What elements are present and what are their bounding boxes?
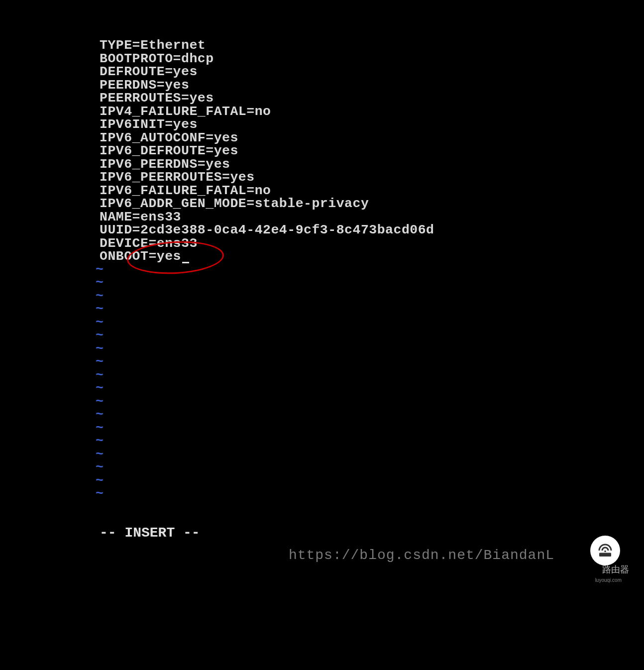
config-line: PEERDNS=yes	[100, 79, 644, 92]
vi-editor-content[interactable]: TYPE=Ethernet BOOTPROTO=dhcp DEFROUTE=ye…	[0, 0, 644, 501]
watermark-text: https://blog.csdn.net/BiandanL	[289, 548, 554, 563]
text-cursor	[182, 262, 189, 263]
empty-line-tilde: ~	[96, 276, 644, 290]
config-line: IPV4_FAILURE_FATAL=no	[100, 105, 644, 118]
config-line: IPV6_ADDR_GEN_MODE=stable-privacy	[100, 197, 644, 211]
empty-line-tilde: ~	[96, 422, 644, 435]
config-line: NAME=ens33	[100, 211, 644, 224]
config-line: IPV6_AUTOCONF=yes	[100, 131, 644, 145]
svg-rect-0	[599, 553, 611, 557]
config-line: BOOTPROTO=dhcp	[100, 52, 644, 66]
empty-line-tilde: ~	[96, 329, 644, 342]
empty-line-tilde: ~	[96, 461, 644, 474]
empty-line-tilde: ~	[96, 408, 644, 422]
empty-line-tilde: ~	[96, 382, 644, 395]
vi-mode-indicator: -- INSERT --	[100, 525, 200, 541]
empty-line-tilde: ~	[96, 342, 644, 356]
config-line: IPV6INIT=yes	[100, 118, 644, 131]
empty-line-tilde: ~	[96, 474, 644, 488]
empty-line-tilde: ~	[96, 290, 644, 303]
config-line: DEVICE=ens33	[100, 237, 644, 250]
empty-line-tilde: ~	[96, 263, 644, 277]
config-line: IPV6_PEERROUTES=yes	[100, 171, 644, 184]
site-badge	[590, 536, 620, 565]
config-line: IPV6_DEFROUTE=yes	[100, 144, 644, 158]
config-line: PEERROUTES=yes	[100, 92, 644, 105]
empty-line-tilde: ~	[96, 395, 644, 409]
empty-line-tilde: ~	[96, 487, 644, 501]
empty-line-tilde: ~	[96, 435, 644, 448]
empty-line-tilde: ~	[96, 448, 644, 461]
empty-line-tilde: ~	[96, 303, 644, 316]
config-line-cursor: ONBOOT=yes	[100, 250, 644, 263]
badge-sublabel: luyouqi.com	[595, 577, 622, 583]
config-line: IPV6_PEERDNS=yes	[100, 158, 644, 171]
config-line: UUID=2cd3e388-0ca4-42e4-9cf3-8c473bacd06…	[100, 223, 644, 237]
wifi-router-icon	[596, 542, 614, 559]
config-line: IPV6_FAILURE_FATAL=no	[100, 184, 644, 198]
empty-line-tilde: ~	[96, 316, 644, 330]
badge-label: 路由器	[602, 563, 629, 575]
config-line: TYPE=Ethernet	[100, 39, 644, 52]
empty-line-tilde: ~	[96, 355, 644, 369]
config-line: DEFROUTE=yes	[100, 65, 644, 79]
empty-line-tilde: ~	[96, 369, 644, 382]
